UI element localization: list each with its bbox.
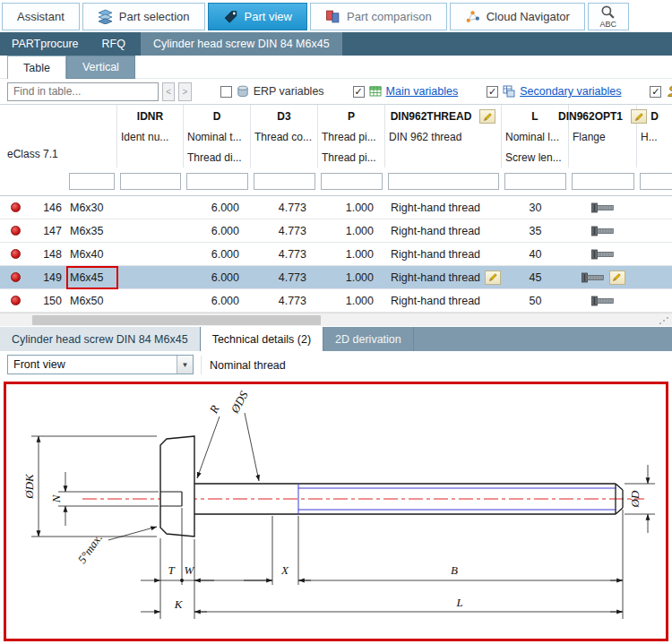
erp-variables-checkbox[interactable] — [220, 86, 232, 98]
document-tab-active[interactable]: Cylinder head screw DIN 84 M6x45 — [141, 32, 342, 56]
secondary-variables-label[interactable]: Secondary variables — [520, 85, 621, 98]
detail-tab-bar: Cylinder head screw DIN 84 M6x45 Technic… — [0, 327, 672, 351]
row-name[interactable]: M6x40 — [66, 243, 117, 265]
filter-l-input[interactable] — [504, 173, 566, 190]
table-row-147[interactable]: 147 M6x35 6.000 4.773 1.000 Right-hand t… — [0, 219, 672, 243]
cell-d: 6.000 — [184, 243, 251, 265]
tab-vertical[interactable]: Vertical — [66, 56, 135, 79]
tab-2d-derivation[interactable]: 2D derivation — [323, 327, 414, 351]
row-number: 149 — [32, 266, 66, 288]
col-subtitle: Ident nu... — [117, 128, 183, 149]
dimension-labels: ØDK N R ØDS 5°max. T W X B K L ØD — [22, 389, 642, 611]
filter-p-input[interactable] — [321, 173, 383, 190]
filter-opt1-input[interactable] — [572, 173, 634, 190]
dim-label-n: N — [49, 494, 63, 503]
secondary-variables-icon — [503, 85, 515, 98]
edit-column-button[interactable] — [479, 109, 495, 124]
search-icon — [600, 4, 616, 20]
part-selection-icon — [98, 9, 113, 24]
scrollbar-thumb[interactable] — [32, 315, 321, 325]
view-select[interactable]: Front view ▼ — [7, 355, 194, 374]
tab-technical-details[interactable]: Technical details (2) — [201, 327, 323, 351]
row-number: 146 — [32, 196, 66, 219]
menu-partprocure[interactable]: PARTprocure — [0, 32, 90, 56]
find-in-table-input[interactable] — [7, 82, 159, 101]
col-subtitle: Flange — [569, 128, 636, 149]
tab-search[interactable]: ABC — [588, 3, 629, 30]
row-name[interactable]: M6x50 — [66, 289, 117, 312]
cell-p: 1.000 — [318, 266, 385, 288]
table-row-148[interactable]: 148 M6x40 6.000 4.773 1.000 Right-hand t… — [0, 243, 672, 266]
row-name[interactable]: M6x45 — [66, 266, 117, 288]
cloud-navigator-icon — [465, 9, 480, 24]
part-comparison-icon — [325, 9, 340, 24]
find-previous-button[interactable]: < — [162, 82, 175, 101]
main-tab-bar: Assistant Part selection Part view Part … — [0, 0, 672, 32]
filter-d-input[interactable] — [186, 173, 248, 190]
pencil-icon — [488, 272, 498, 282]
menu-rfq[interactable]: RFQ — [90, 32, 137, 56]
filter-name-input[interactable] — [69, 173, 115, 190]
dimension-lines — [31, 413, 655, 619]
cell-d: 6.000 — [184, 196, 251, 219]
edit-value-button[interactable] — [609, 270, 625, 285]
row-name[interactable]: M6x35 — [66, 219, 117, 242]
table-row-150[interactable]: 150 M6x50 6.000 4.773 1.000 Right-hand t… — [0, 289, 672, 313]
find-next-button[interactable]: > — [178, 82, 191, 101]
tab-part-comparison[interactable]: Part comparison — [310, 3, 447, 30]
cell-p: 1.000 — [318, 196, 385, 219]
tab-cloud-navigator[interactable]: Cloud Navigator — [450, 3, 585, 30]
col-subtitle: Nominal l... — [502, 128, 568, 149]
nominal-thread-label: Nominal thread — [210, 351, 286, 379]
header-col-din962opt1[interactable]: DIN962OPT1 Flange — [569, 105, 637, 167]
tab-cloud-navigator-label: Cloud Navigator — [487, 10, 570, 23]
table-row-149-selected[interactable]: 149 M6x45 6.000 4.773 1.000 Right-hand t… — [0, 266, 672, 289]
col-subtitle2 — [385, 149, 501, 169]
tab-document[interactable]: Cylinder head screw DIN 84 M6x45 — [0, 327, 201, 351]
table-toolbar: < > ERP variables ✓ Main variables ✓ — [0, 79, 672, 104]
document-bar: PARTprocure RFQ Cylinder head screw DIN … — [0, 32, 672, 56]
filter-d3-input[interactable] — [254, 173, 315, 190]
table-row-146[interactable]: 146 M6x30 6.000 4.773 1.000 Right-hand t… — [0, 196, 672, 219]
edit-value-button[interactable] — [485, 270, 501, 285]
cell-thread: Right-hand thread — [385, 196, 502, 219]
screw-head-outline — [160, 436, 194, 537]
cell-d: 6.000 — [184, 289, 251, 312]
cell-d3: 4.773 — [251, 266, 318, 288]
main-variables-label[interactable]: Main variables — [386, 85, 459, 98]
cell-thread-value: Right-hand thread — [391, 271, 480, 284]
header-col-din962thread[interactable]: DIN962THREAD DIN 962 thread — [385, 105, 502, 167]
table-rows: 146 M6x30 6.000 4.773 1.000 Right-hand t… — [0, 196, 672, 313]
filter-thread-input[interactable] — [388, 173, 499, 190]
application-window: Assistant Part selection Part view Part … — [0, 0, 672, 644]
technical-drawing-panel: ØDK N R ØDS 5°max. T W X B K L ØD — [4, 382, 668, 641]
horizontal-scrollbar[interactable] — [0, 313, 672, 326]
main-variables-checkbox[interactable]: ✓ — [353, 86, 365, 98]
col-title: DIN962OPT1 — [558, 110, 623, 123]
tab-table[interactable]: Table — [7, 56, 66, 79]
dim-label-x: X — [280, 563, 289, 577]
cell-d: 6.000 — [184, 266, 251, 288]
row-name[interactable]: M6x30 — [66, 196, 117, 219]
header-col-d[interactable]: D Nominal t... Thread di... — [184, 105, 251, 167]
header-col-p[interactable]: P Thread pi... Thread pi... — [318, 105, 385, 167]
chevron-down-icon[interactable]: ▼ — [177, 356, 193, 374]
topo-variables-checkbox[interactable]: ✓ — [650, 86, 661, 98]
tab-assistant[interactable]: Assistant — [2, 3, 80, 30]
tab-part-view[interactable]: Part view — [208, 3, 307, 30]
filter-dk-input[interactable] — [640, 173, 672, 190]
tab-part-view-label: Part view — [245, 10, 292, 23]
header-col-idnr[interactable]: IDNR Ident nu... — [117, 105, 184, 167]
secondary-variables-checkbox[interactable]: ✓ — [487, 86, 498, 98]
menu-partprocure-label: PARTprocure — [12, 38, 79, 50]
cell-thread: Right-hand thread — [385, 219, 502, 242]
screw-icon — [591, 249, 615, 260]
cell-length: 35 — [502, 219, 569, 242]
header-col-dk[interactable]: D H... — [637, 105, 672, 167]
col-subtitle: Thread co... — [251, 128, 317, 149]
col-subtitle2: Thread pi... — [318, 149, 384, 169]
tab-part-selection[interactable]: Part selection — [82, 3, 205, 30]
filter-idnr-input[interactable] — [120, 173, 181, 190]
header-col-d3[interactable]: D3 Thread co... — [251, 105, 318, 167]
screw-icon — [591, 202, 615, 213]
